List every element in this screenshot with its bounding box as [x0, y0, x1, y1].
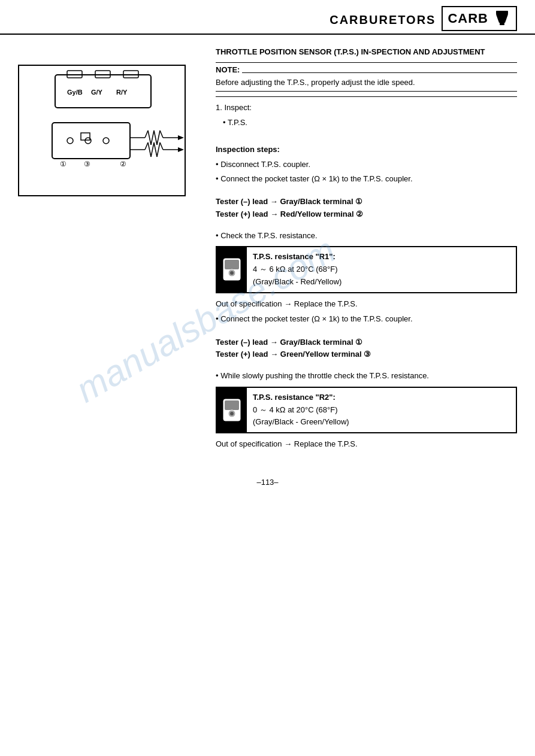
page-number: –113– — [0, 478, 535, 499]
step-1: 1. Inspect: — [216, 102, 517, 114]
carb-icon — [493, 10, 511, 28]
section-title-header: CARBURETORS — [330, 13, 436, 27]
connect-step-2: • Connect the pocket tester (Ω × 1k) to … — [216, 313, 517, 325]
svg-rect-37 — [225, 260, 239, 269]
spec-icon-r1 — [217, 247, 247, 292]
svg-text:R/Y: R/Y — [116, 89, 128, 96]
throttle-check: • While slowly pushing the throttle chec… — [216, 370, 517, 382]
inspection-step-2: • Connect the pocket taster (Ω × 1k) to … — [216, 173, 517, 185]
inspection-step-1: • Disconnect T.P.S. coupler. — [216, 159, 517, 171]
note-label: NOTE: — [216, 65, 240, 74]
spec-r2-title: T.P.S. resistance "R2": — [253, 391, 349, 404]
check-resistance: • Check the T.P.S. resistance. — [216, 230, 517, 242]
right-column: THROTTLE POSITION SENSOR (T.P.S.) IN-SPE… — [210, 35, 517, 454]
svg-rect-2 — [500, 23, 504, 25]
svg-marker-35 — [178, 147, 184, 152]
section-heading: THROTTLE POSITION SENSOR (T.P.S.) IN-SPE… — [216, 47, 517, 57]
svg-text:Gy/B: Gy/B — [67, 89, 83, 96]
note-box: NOTE: Before adjusting the T.P.S., prope… — [216, 62, 517, 92]
spec-box-r1: T.P.S. resistance "R1": 4 ～ 6 kΩ at 20°C… — [216, 246, 517, 293]
spec-r1-desc: (Gray/Black - Red/Yellow) — [253, 276, 341, 289]
svg-point-13 — [103, 138, 109, 144]
spec-content-r2: T.P.S. resistance "R2": 0 ～ 4 kΩ at 20°C… — [247, 388, 355, 432]
spec-r2-desc: (Gray/Black - Green/Yellow) — [253, 416, 349, 429]
svg-rect-41 — [225, 400, 239, 410]
step-1-bullet: • T.P.S. — [223, 117, 517, 129]
tester-line-4: Tester (+) lead → Green/Yellow terminal … — [216, 348, 517, 361]
tps-diagram: Gy/B G/Y R/Y ① ③ ② — [18, 65, 186, 196]
tester-line-3: Tester (–) lead → Gray/Black terminal ① — [216, 336, 517, 349]
main-content: Gy/B G/Y R/Y ① ③ ② — [0, 35, 535, 454]
spec-r2-value: 0 ～ 4 kΩ at 20°C (68°F) — [253, 404, 349, 417]
svg-text:G/Y: G/Y — [91, 89, 103, 96]
spec-r1-title: T.P.S. resistance "R1": — [253, 251, 341, 263]
page: manualsbase.com CARBURETORS CARB — [0, 0, 535, 756]
svg-text:①: ① — [60, 160, 67, 168]
svg-point-43 — [230, 412, 234, 415]
multimeter-icon-r1 — [221, 257, 243, 281]
svg-text:②: ② — [120, 160, 126, 168]
out-of-spec-1: Out of specification → Replace the T.P.S… — [216, 298, 517, 310]
inspection-steps-title: Inspection steps: — [216, 144, 517, 156]
tester-line-1: Tester (–) lead → Gray/Black terminal ① — [216, 196, 517, 208]
spec-icon-r2 — [217, 388, 247, 432]
svg-marker-1 — [496, 14, 508, 23]
spec-content-r1: T.P.S. resistance "R1": 4 ～ 6 kΩ at 20°C… — [247, 247, 347, 292]
carb-badge: CARB — [442, 6, 517, 31]
left-column: Gy/B G/Y R/Y ① ③ ② — [18, 35, 210, 454]
svg-line-33 — [160, 142, 163, 150]
svg-line-24 — [160, 130, 163, 138]
divider-1 — [216, 96, 517, 97]
note-text: Before adjusting the T.P.S., properly ad… — [216, 77, 517, 89]
svg-point-39 — [230, 271, 234, 275]
svg-text:③: ③ — [84, 160, 90, 168]
tester-line-2: Tester (+) lead → Red/Yellow terminal ② — [216, 208, 517, 221]
svg-rect-0 — [496, 11, 508, 14]
tps-diagram-svg: Gy/B G/Y R/Y ① ③ ② — [19, 66, 186, 196]
carb-badge-text: CARB — [448, 11, 488, 26]
svg-marker-26 — [178, 135, 184, 140]
out-of-spec-2: Out of specification → Replace the T.P.S… — [216, 438, 517, 450]
spec-r1-value: 4 ～ 6 kΩ at 20°C (68°F) — [253, 263, 341, 276]
svg-point-11 — [67, 138, 73, 144]
svg-line-28 — [145, 142, 148, 150]
spec-box-r2: T.P.S. resistance "R2": 0 ～ 4 kΩ at 20°C… — [216, 387, 517, 433]
page-header: CARBURETORS CARB — [0, 0, 535, 35]
svg-line-19 — [145, 130, 148, 138]
multimeter-icon-r2 — [221, 398, 243, 422]
